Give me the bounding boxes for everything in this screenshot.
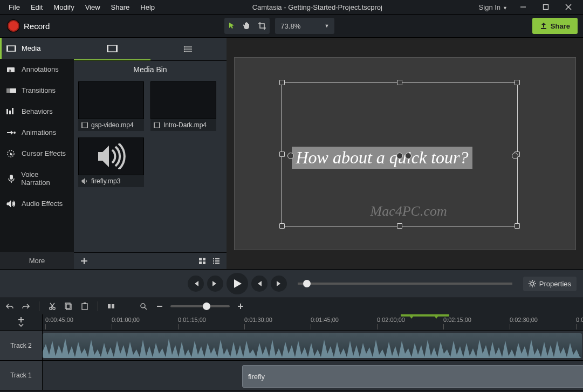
- marker-icon[interactable]: [408, 314, 415, 319]
- prev-frame-button[interactable]: [188, 276, 204, 292]
- canvas-tool-group: [224, 18, 270, 34]
- sidebar-more-button[interactable]: More: [0, 252, 74, 269]
- undo-button[interactable]: [4, 301, 15, 312]
- sign-in-button[interactable]: Sign In▼: [475, 3, 512, 11]
- menu-help[interactable]: Help: [135, 2, 160, 13]
- library-icon: [183, 45, 193, 53]
- zoom-in-button[interactable]: [235, 301, 246, 312]
- text-resize-handle[interactable]: [405, 153, 411, 159]
- add-media-button[interactable]: [77, 254, 91, 268]
- menu-view[interactable]: View: [80, 2, 106, 13]
- slider-knob[interactable]: [203, 302, 210, 310]
- record-label: Record: [24, 22, 50, 31]
- svg-rect-29: [87, 122, 88, 128]
- canvas-headline-text[interactable]: How about a quick tour?: [292, 147, 473, 169]
- marker-icon[interactable]: [433, 314, 440, 319]
- timeline-zoom-slider[interactable]: [170, 305, 230, 307]
- paste-button[interactable]: [79, 301, 90, 312]
- svg-rect-4: [541, 28, 546, 29]
- sidebar-item-behaviors[interactable]: Behaviors: [0, 101, 74, 122]
- resize-handle[interactable]: [279, 223, 285, 229]
- voice-narration-icon: [6, 175, 16, 182]
- media-bin-body: gsp-video.mp4 Intro-Dark.mp4 firefly.mp3: [74, 78, 227, 252]
- canvas[interactable]: How about a quick tour? Mac4PC.com: [234, 57, 576, 250]
- add-track-icon[interactable]: [18, 317, 24, 322]
- ruler-tick: 0:02:15;00: [443, 317, 471, 323]
- track-lane[interactable]: [43, 331, 583, 360]
- next-clip-button[interactable]: [271, 276, 287, 292]
- record-button[interactable]: Record: [0, 20, 57, 32]
- bin-tab-library[interactable]: [150, 38, 227, 60]
- resize-handle[interactable]: [515, 223, 520, 229]
- split-button[interactable]: [106, 301, 116, 312]
- list-view-button[interactable]: [209, 254, 223, 268]
- crop-tool-button[interactable]: [255, 18, 270, 33]
- canvas-area: How about a quick tour? Mac4PC.com: [227, 38, 583, 269]
- clip-name: gsp-video.mp4: [91, 121, 134, 129]
- svg-rect-44: [215, 263, 220, 264]
- sidebar-item-audio-effects[interactable]: Audio Effects: [0, 193, 74, 214]
- copy-button[interactable]: [63, 301, 74, 312]
- ruler-ticks[interactable]: 0:00:45;00 0:01:00;00 0:01:15;00 0:01:30…: [43, 314, 583, 331]
- chevron-down-icon[interactable]: [18, 324, 24, 328]
- redo-button[interactable]: [20, 301, 31, 312]
- cut-button[interactable]: [47, 301, 58, 312]
- menu-file[interactable]: File: [3, 2, 25, 13]
- properties-button[interactable]: Properties: [523, 277, 577, 291]
- track-lane[interactable]: firefly: [43, 361, 583, 390]
- select-tool-button[interactable]: [224, 18, 239, 33]
- menu-modify[interactable]: Modify: [48, 2, 79, 13]
- timeline-ruler[interactable]: 0:00:45;00 0:01:00;00 0:01:15;00 0:01:30…: [0, 314, 583, 331]
- share-button[interactable]: Share: [532, 18, 578, 34]
- grid-view-button[interactable]: [195, 254, 209, 268]
- svg-line-55: [145, 307, 147, 310]
- svg-rect-19: [107, 45, 108, 52]
- zoom-dropdown[interactable]: 73.8% ▼: [275, 18, 334, 34]
- sidebar-item-label: Transitions: [22, 86, 56, 94]
- menu-edit[interactable]: Edit: [25, 2, 48, 13]
- bin-tab-media[interactable]: [74, 38, 150, 60]
- resize-handle[interactable]: [279, 80, 285, 85]
- resize-handle[interactable]: [279, 152, 285, 157]
- window-maximize-button[interactable]: [534, 0, 557, 14]
- svg-rect-42: [215, 260, 220, 262]
- svg-rect-51: [84, 302, 86, 304]
- window-close-button[interactable]: [557, 0, 580, 14]
- sidebar-item-animations[interactable]: Animations: [0, 122, 74, 143]
- text-clip[interactable]: firefly: [242, 365, 583, 388]
- media-clip[interactable]: Intro-Dark.mp4: [150, 81, 216, 131]
- pan-tool-button[interactable]: [239, 18, 255, 33]
- svg-rect-20: [116, 45, 118, 52]
- clip-label: firefly: [248, 373, 265, 381]
- prev-clip-button[interactable]: [251, 276, 268, 292]
- gear-icon: [529, 280, 536, 287]
- slider-knob[interactable]: [303, 280, 311, 287]
- ruler-tick: 0:02:30;00: [510, 317, 538, 323]
- play-button[interactable]: [227, 273, 248, 294]
- svg-point-54: [141, 304, 145, 308]
- track-header[interactable]: Track 1: [0, 361, 43, 390]
- timeline-zoom-icon: [138, 301, 149, 312]
- sidebar-item-annotations[interactable]: a Annotations: [0, 59, 74, 80]
- resize-handle[interactable]: [515, 80, 520, 85]
- resize-handle[interactable]: [397, 80, 402, 85]
- resize-handle[interactable]: [397, 223, 402, 229]
- svg-point-45: [531, 282, 534, 285]
- menu-share[interactable]: Share: [106, 2, 135, 13]
- audio-clip[interactable]: [43, 333, 582, 358]
- track-header[interactable]: Track 2: [0, 331, 43, 360]
- media-clip[interactable]: firefly.mp3: [78, 137, 144, 187]
- window-minimize-button[interactable]: [512, 0, 534, 14]
- sidebar-item-transitions[interactable]: Transitions: [0, 80, 74, 101]
- text-resize-handle[interactable]: [512, 153, 518, 159]
- sidebar-item-voice-narration[interactable]: Voice Narration: [0, 164, 74, 193]
- next-frame-button[interactable]: [207, 276, 223, 292]
- volume-slider[interactable]: [298, 283, 512, 285]
- zoom-out-button[interactable]: [154, 301, 165, 312]
- sidebar-item-media[interactable]: Media: [0, 38, 74, 59]
- text-resize-handle[interactable]: [396, 153, 403, 159]
- filmstrip-icon: [154, 122, 160, 128]
- text-resize-handle[interactable]: [287, 153, 294, 159]
- sidebar-item-cursor-effects[interactable]: Cursor Effects: [0, 143, 74, 164]
- media-clip[interactable]: gsp-video.mp4: [78, 81, 144, 131]
